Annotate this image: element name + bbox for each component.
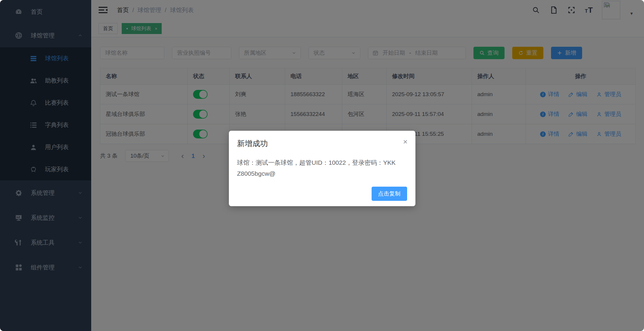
dialog-title: 新增成功 [237, 138, 407, 149]
close-icon[interactable]: × [403, 138, 407, 146]
dialog-footer: 点击复制 [237, 187, 407, 201]
dialog-message: 球馆：测试一条球馆，超管UID：10022，登录密码：YKKZ8005bgcw@ [237, 157, 407, 179]
success-dialog: 新增成功 × 球馆：测试一条球馆，超管UID：10022，登录密码：YKKZ80… [229, 131, 415, 206]
copy-button[interactable]: 点击复制 [372, 187, 407, 201]
app-window: 首页 球馆管理 球馆列表 助教列表 [0, 0, 644, 331]
